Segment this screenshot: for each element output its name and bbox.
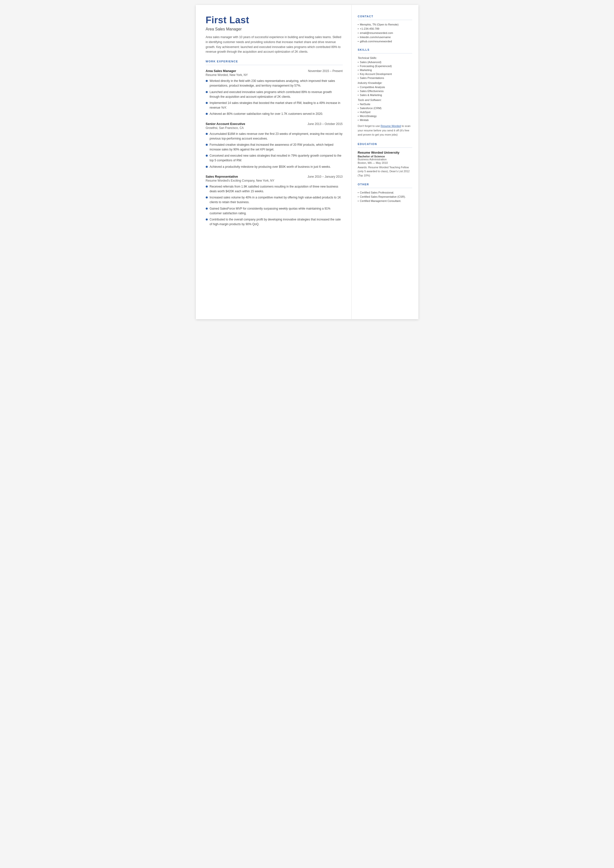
job-bullets-1: Worked directly in the field with 230 sa… <box>206 79 343 116</box>
contact-label: CONTACT <box>358 15 412 18</box>
edu-field: Business Administration <box>358 158 412 161</box>
other-bullet-icon: • <box>358 199 359 202</box>
job-bullets-2: Accumulated $16M in sales revenue over t… <box>206 132 343 169</box>
job-block-1: Area Sales Manager November 2015 – Prese… <box>206 69 343 116</box>
job-title-3: Sales Representative <box>206 175 238 179</box>
skill-bullet-icon: • <box>358 85 359 89</box>
other-bullet-icon: • <box>358 195 359 198</box>
education-label: EDUCATION <box>358 143 412 146</box>
skill-industry-2: •Sales & Marketing <box>358 93 412 96</box>
work-experience-divider <box>206 65 343 65</box>
bullet-3-2: Increased sales volume by 40% in a compe… <box>206 195 343 205</box>
skill-bullet-icon: • <box>358 73 359 76</box>
skill-technical-1: •Forecasting (Experienced) <box>358 65 412 68</box>
job-title-2: Senior Account Executive <box>206 122 245 126</box>
skill-bullet-icon: • <box>358 118 359 121</box>
bullet-3-1: Received referrals from 1.9K satisfied c… <box>206 184 343 194</box>
contact-bullet-icon: • <box>358 31 359 34</box>
skill-tool-0: •NetSuite <box>358 103 412 106</box>
skill-bullet-icon: • <box>358 110 359 113</box>
job-header-3: Sales Representative June 2010 – January… <box>206 175 343 179</box>
job-header-2: Senior Account Executive June 2013 – Oct… <box>206 122 343 126</box>
bullet-3-3: Gained SalesForce MVP for consistently s… <box>206 207 343 216</box>
contact-item-0: • Memphis, TN (Open to Remote) <box>358 23 412 26</box>
job-bullets-3: Received referrals from 1.9K satisfied c… <box>206 184 343 227</box>
resume-page: First Last Area Sales Manager Area sales… <box>196 5 419 319</box>
job-company-1: Resume Worded, New York, NY <box>206 73 343 77</box>
skill-technical-0: •Sales (Advanced) <box>358 61 412 64</box>
skill-bullet-icon: • <box>358 90 359 93</box>
contact-item-1: • +1-234-456-789 <box>358 27 412 30</box>
skill-bullet-icon: • <box>358 76 359 79</box>
promo-block: Don't forget to use Resume Worded to sca… <box>358 124 412 137</box>
skill-bullet-icon: • <box>358 68 359 71</box>
other-item-2: • Certified Management Consultant. <box>358 199 412 202</box>
job-block-3: Sales Representative June 2010 – January… <box>206 175 343 227</box>
summary-text: Area sales manager with 10 years of succ… <box>206 35 343 54</box>
bullet-1-3: Implemented 14 sales strategies that boo… <box>206 101 343 110</box>
bullet-dot <box>206 113 208 115</box>
job-dates-2: June 2013 – October 2015 <box>307 122 343 126</box>
skills-label: SKILLS <box>358 48 412 51</box>
contact-item-3: • linkedin.com/in/username <box>358 36 412 39</box>
candidate-title: Area Sales Manager <box>206 27 343 31</box>
bullet-dot <box>206 219 208 220</box>
contact-section: CONTACT • Memphis, TN (Open to Remote) •… <box>358 15 412 43</box>
skill-technical-3: •Key Account Development <box>358 73 412 76</box>
bullet-2-4: Achieved a productivity milestone by pro… <box>206 165 343 169</box>
contact-divider <box>358 20 412 20</box>
skill-tool-1: •Salesforce (CRM) <box>358 107 412 110</box>
skill-tool-2: •HubSpot <box>358 110 412 113</box>
other-label: OTHER <box>358 183 412 186</box>
job-company-2: Growthsi, San Francisco, CA <box>206 126 343 130</box>
other-item-1: • Certified Sales Representative (CSR). <box>358 195 412 198</box>
skill-industry-1: •Sales Effectiveness <box>358 90 412 93</box>
bullet-dot <box>206 208 208 210</box>
skill-tool-4: •Minitab <box>358 118 412 121</box>
promo-prefix: Don't forget to use <box>358 124 381 127</box>
skill-bullet-icon: • <box>358 115 359 118</box>
job-company-3: Resume Worded's Exciting Company, New Yo… <box>206 179 343 182</box>
bullet-dot <box>206 186 208 188</box>
bullet-dot <box>206 144 208 146</box>
skill-technical-2: •Marketing <box>358 68 412 71</box>
bullet-2-1: Accumulated $16M in sales revenue over t… <box>206 132 343 141</box>
contact-item-4: • github.com/resumeworded <box>358 40 412 43</box>
bullet-2-2: Formulated creative strategies that incr… <box>206 143 343 152</box>
bullet-dot <box>206 80 208 82</box>
bullet-1-4: Achieved an 80% customer satisfaction ra… <box>206 112 343 116</box>
bullet-dot <box>206 155 208 157</box>
skill-bullet-icon: • <box>358 93 359 96</box>
bullet-1-1: Worked directly in the field with 230 sa… <box>206 79 343 88</box>
skill-industry-0: •Competitive Analysis <box>358 85 412 89</box>
skills-section: SKILLS Technical Skills: •Sales (Advance… <box>358 48 412 137</box>
contact-item-2: • email@resumeworded.com <box>358 31 412 34</box>
edu-awards: Awards: Resume Worded Teaching Fellow (o… <box>358 165 412 178</box>
skill-bullet-icon: • <box>358 61 359 64</box>
bullet-1-2: Launched and executed innovative sales p… <box>206 90 343 99</box>
other-item-0: • Certified Sales Professional. <box>358 191 412 194</box>
right-column: CONTACT • Memphis, TN (Open to Remote) •… <box>352 5 419 319</box>
skill-technical-4: •Sales Presentations <box>358 76 412 79</box>
education-section: EDUCATION Resume Worded University Bache… <box>358 143 412 178</box>
bullet-dot <box>206 196 208 199</box>
promo-link[interactable]: Resume Worded <box>381 124 401 127</box>
bullet-dot <box>206 133 208 135</box>
contact-bullet-icon: • <box>358 40 359 43</box>
job-dates-3: June 2010 – January 2013 <box>307 175 343 179</box>
bullet-3-4: Contributed to the overall company profi… <box>206 217 343 227</box>
candidate-name: First Last <box>206 15 343 25</box>
bullet-dot <box>206 102 208 104</box>
bullet-dot <box>206 166 208 168</box>
skill-bullet-icon: • <box>358 107 359 110</box>
technical-skills-label: Technical Skills: <box>358 56 412 59</box>
job-dates-1: November 2015 – Present <box>308 69 343 73</box>
job-title-1: Area Sales Manager <box>206 69 236 73</box>
industry-skills-label: Industry Knowledge: <box>358 81 412 84</box>
edu-school: Resume Worded University <box>358 151 412 154</box>
edu-degree: Bachelor of Science <box>358 155 412 158</box>
education-divider <box>358 148 412 148</box>
job-header-1: Area Sales Manager November 2015 – Prese… <box>206 69 343 73</box>
work-experience-label: WORK EXPERIENCE <box>206 60 343 63</box>
skill-tool-3: •MicroStrategy <box>358 115 412 118</box>
